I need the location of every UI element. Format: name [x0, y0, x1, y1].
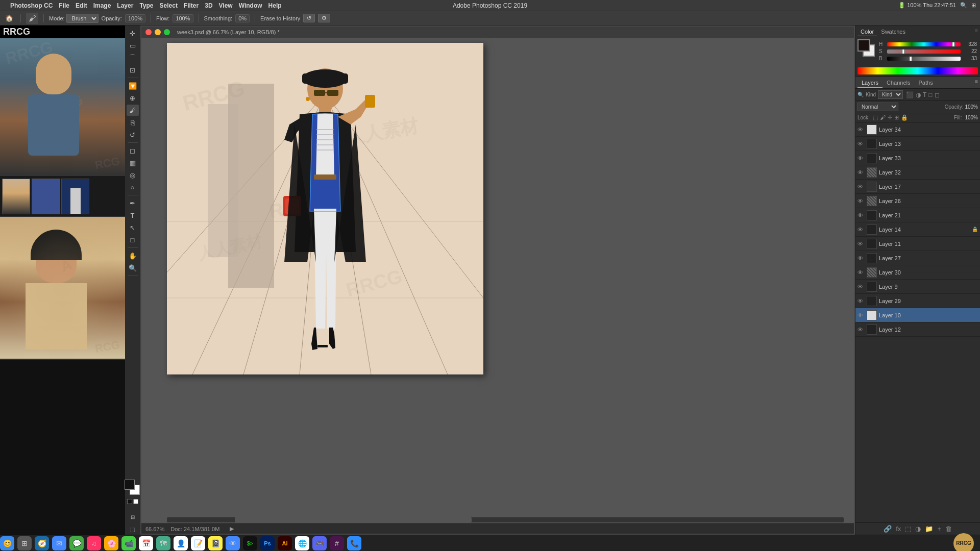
layer-visibility-29[interactable]: 👁	[857, 298, 865, 304]
layers-panel-menu[interactable]: ≡	[975, 78, 978, 88]
layers-tab[interactable]: Layers	[857, 78, 883, 88]
mac-menu-view[interactable]: View	[219, 2, 233, 9]
dock-messages[interactable]: 💬	[69, 536, 84, 550]
dock-slack[interactable]: #	[330, 536, 344, 550]
mac-menu-photoshop[interactable]: Photoshop CC	[10, 2, 53, 9]
opacity-value[interactable]: 100%	[125, 14, 145, 22]
dock-zoom[interactable]: 📞	[347, 536, 361, 550]
filter-icon-adjust[interactable]: ◑	[916, 91, 921, 98]
dock-ps[interactable]: Ps	[260, 536, 275, 550]
dock-music[interactable]: ♫	[87, 536, 101, 550]
window-close-btn[interactable]	[145, 29, 152, 35]
mac-menu-file[interactable]: File	[59, 2, 69, 9]
filter-icon-smart[interactable]: ◻	[935, 91, 940, 98]
add-mask-btn[interactable]: ⬚	[905, 525, 911, 533]
home-btn[interactable]: 🏠	[3, 13, 15, 24]
mac-menu-help[interactable]: Help	[268, 2, 282, 9]
layer-visibility-14[interactable]: 👁	[857, 227, 865, 233]
shape-tool[interactable]: □	[127, 234, 139, 245]
opacity-value[interactable]: 100%	[965, 104, 978, 110]
dock-finder[interactable]: 😊	[0, 536, 14, 550]
add-style-btn[interactable]: fx	[896, 525, 901, 533]
layer-row-26[interactable]: 👁 Layer 26	[855, 194, 980, 208]
window-minimize-btn[interactable]	[155, 29, 161, 35]
layer-row-17[interactable]: 👁 Layer 17	[855, 180, 980, 194]
dodge-tool[interactable]: ○	[127, 182, 139, 193]
dock-maps[interactable]: 🗺	[156, 536, 170, 550]
layer-visibility-11[interactable]: 👁	[857, 241, 865, 247]
healing-tool[interactable]: ⊕	[127, 92, 139, 104]
b-slider[interactable]	[887, 57, 961, 61]
path-selection-tool[interactable]: ↖	[127, 222, 139, 233]
lock-all-icon[interactable]: 🔒	[901, 114, 908, 121]
filter-icon-shape[interactable]: □	[928, 91, 932, 98]
paths-tab[interactable]: Paths	[915, 78, 937, 88]
quick-mask-btn[interactable]: ⬚	[127, 523, 139, 535]
layer-visibility-13[interactable]: 👁	[857, 141, 865, 147]
eraser-tool[interactable]: ◻	[127, 145, 139, 156]
mac-menu-layer[interactable]: Layer	[117, 2, 133, 9]
dock-launchpad[interactable]: ⊞	[17, 536, 32, 550]
dock-reminders[interactable]: 📝	[191, 536, 205, 550]
dock-preview[interactable]: 👁	[226, 536, 240, 550]
erase-history-btn[interactable]: ↺	[303, 14, 315, 22]
layer-row-9[interactable]: 👁 Layer 9	[855, 280, 980, 294]
kind-select[interactable]: Kind	[878, 90, 903, 99]
color-tab[interactable]: Color	[857, 28, 877, 36]
color-swatches[interactable]	[125, 480, 141, 504]
type-tool[interactable]: T	[127, 210, 139, 221]
gradient-tool[interactable]: ▦	[127, 157, 139, 168]
channels-tab[interactable]: Channels	[883, 78, 914, 88]
smoothing-value[interactable]: 0%	[235, 14, 250, 22]
brush-tool[interactable]: 🖌	[127, 105, 139, 116]
mac-menu-select[interactable]: Select	[160, 2, 178, 9]
rrcg-dock-logo[interactable]: RRCG	[953, 533, 974, 552]
layer-row-11[interactable]: 👁 Layer 11	[855, 237, 980, 251]
layer-visibility-33[interactable]: 👁	[857, 155, 865, 161]
zoom-tool[interactable]: 🔍	[127, 262, 139, 273]
add-adjustment-btn[interactable]: ◑	[915, 525, 921, 533]
fg-color-swatch[interactable]	[857, 39, 870, 52]
dock-safari[interactable]: 🧭	[35, 536, 49, 550]
lock-move-icon[interactable]: ✛	[888, 114, 892, 121]
layer-row-27[interactable]: 👁 Layer 27	[855, 251, 980, 265]
layer-visibility-27[interactable]: 👁	[857, 255, 865, 261]
brush-settings-btn[interactable]: ⚙	[318, 14, 330, 22]
lock-paint-icon[interactable]: 🖌	[880, 114, 886, 121]
move-tool[interactable]: ✛	[127, 28, 139, 39]
dock-discord[interactable]: 🎮	[312, 536, 327, 550]
crop-tool[interactable]: ⊡	[127, 64, 139, 76]
dock-facetime[interactable]: 📹	[121, 536, 136, 550]
quick-mask-icon-2[interactable]	[133, 499, 138, 504]
add-layer-btn[interactable]: +	[937, 525, 941, 533]
blend-mode-select[interactable]: Normal Multiply Screen	[857, 103, 898, 111]
color-panel-menu[interactable]: ≡	[975, 28, 978, 36]
hand-tool[interactable]: ✋	[127, 250, 139, 261]
layer-visibility-21[interactable]: 👁	[857, 212, 865, 218]
layer-row-34[interactable]: 👁 Layer 34	[855, 122, 980, 137]
dock-chrome[interactable]: 🌐	[295, 536, 309, 550]
clone-tool[interactable]: ⎘	[127, 117, 139, 128]
canvas-container[interactable]: RRCG RRCG RRCG 人人素材 人人素材	[141, 38, 854, 523]
layer-visibility-17[interactable]: 👁	[857, 184, 865, 190]
eyedropper-tool[interactable]: 🔽	[127, 80, 139, 91]
layer-row-10[interactable]: 👁 Layer 10	[855, 308, 980, 322]
layer-row-21[interactable]: 👁 Layer 21	[855, 208, 980, 222]
layer-visibility-9[interactable]: 👁	[857, 284, 865, 290]
dock-mail[interactable]: ✉	[52, 536, 66, 550]
brush-tool-active[interactable]: 🖌	[26, 13, 38, 24]
layer-row-29[interactable]: 👁 Layer 29	[855, 294, 980, 308]
lock-artboard-icon[interactable]: ⊞	[894, 114, 899, 121]
color-spectrum-bar[interactable]	[857, 67, 978, 74]
swatches-tab[interactable]: Swatches	[878, 28, 909, 36]
lock-transparent-icon[interactable]: ⬚	[873, 114, 878, 121]
layer-row-33[interactable]: 👁 Layer 33	[855, 151, 980, 165]
window-maximize-btn[interactable]	[164, 29, 170, 35]
filter-icon-type[interactable]: T	[923, 91, 926, 98]
blur-tool[interactable]: ◎	[127, 169, 139, 181]
mac-menu-edit[interactable]: Edit	[76, 2, 87, 9]
layer-row-13[interactable]: 👁 Layer 13	[855, 137, 980, 151]
marquee-tool[interactable]: ▭	[127, 40, 139, 51]
layer-row-12[interactable]: 👁 Layer 12	[855, 322, 980, 337]
layer-visibility-12[interactable]: 👁	[857, 327, 865, 333]
